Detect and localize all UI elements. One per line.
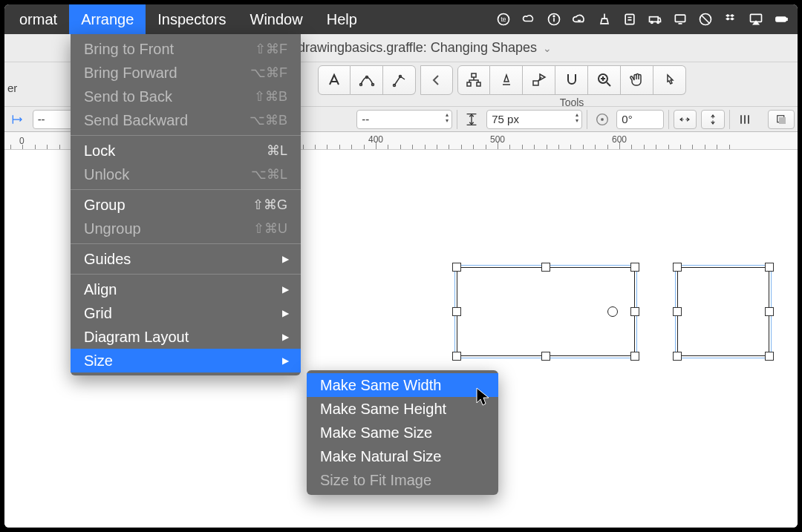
svg-line-14 — [702, 16, 709, 23]
menu-arrange[interactable]: Arrange — [69, 4, 146, 34]
svg-rect-24 — [467, 82, 471, 86]
flip-horizontal-button[interactable] — [674, 110, 697, 129]
ruler-origin: 0 — [19, 136, 25, 146]
tool-magnet[interactable] — [555, 65, 588, 95]
creative-cloud-icon[interactable] — [520, 10, 538, 28]
rotate-handle[interactable] — [607, 306, 618, 317]
stroke-height-field[interactable]: -- ▴▾ — [356, 110, 451, 129]
svg-rect-11 — [675, 15, 685, 22]
menu-item-unlock: Unlock⌥⌘L — [71, 162, 301, 186]
submenu-item-size-to-fit-image: Size to Fit Image — [307, 468, 498, 492]
resize-handle[interactable] — [673, 263, 682, 272]
svg-point-4 — [553, 16, 555, 17]
resize-handle[interactable] — [541, 263, 550, 272]
svg-point-39 — [601, 118, 603, 120]
ruler-tick-label: 600 — [612, 134, 627, 145]
submenu-item-make-same-height[interactable]: Make Same Height — [307, 397, 498, 421]
cleanup-icon[interactable] — [596, 10, 613, 28]
shadow-button[interactable] — [768, 110, 795, 129]
tool-text[interactable] — [318, 65, 351, 95]
flip-vertical-button[interactable] — [701, 110, 725, 129]
arrange-dropdown: Bring to Front⇧⌘FBring Forward⌥⌘FSend to… — [71, 34, 301, 375]
svg-rect-26 — [533, 81, 538, 85]
menu-item-group[interactable]: Group⇧⌘G — [71, 193, 301, 217]
document-title: og7_drawingbasics.graffle: Changing Shap… — [268, 40, 537, 56]
battery-icon[interactable] — [772, 10, 790, 28]
menu-item-align[interactable]: Align▶ — [71, 278, 301, 301]
display-icon[interactable] — [671, 10, 689, 28]
resize-handle[interactable] — [765, 352, 774, 361]
submenu-item-make-same-size[interactable]: Make Same Size — [307, 421, 498, 444]
menu-format[interactable]: ormat — [7, 4, 69, 34]
width-icon — [7, 110, 28, 129]
resize-handle[interactable] — [630, 352, 639, 361]
submenu-item-make-natural-size[interactable]: Make Natural Size — [307, 444, 498, 468]
tool-back[interactable] — [420, 65, 453, 95]
cloud-sync-icon[interactable] — [570, 10, 588, 28]
resize-handle[interactable] — [630, 307, 639, 316]
menu-item-ungroup: Ungroup⇧⌘U — [71, 217, 301, 240]
menu-item-send-to-back: Send to Back⇧⌘B — [71, 85, 301, 108]
tool-zoom[interactable] — [588, 65, 621, 95]
resize-handle[interactable] — [452, 352, 461, 361]
resize-handle[interactable] — [673, 352, 682, 361]
resize-handle[interactable] — [452, 263, 461, 272]
svg-rect-44 — [779, 117, 786, 124]
resize-handle[interactable] — [541, 352, 550, 361]
menu-item-lock[interactable]: Lock⌘L — [71, 139, 301, 162]
resize-handle[interactable] — [673, 307, 682, 316]
menu-item-grid[interactable]: Grid▶ — [71, 301, 301, 325]
airplay-icon[interactable] — [747, 10, 765, 28]
van-icon[interactable] — [646, 10, 664, 28]
tools-group-label: Tools — [560, 96, 584, 108]
tool-stamp[interactable] — [490, 65, 523, 95]
ruler-tick-label: 500 — [490, 134, 505, 145]
info-icon[interactable] — [545, 10, 563, 28]
rotation-icon — [592, 110, 613, 129]
menu-item-bring-to-front: Bring to Front⇧⌘F — [71, 37, 301, 61]
menu-item-diagram-layout[interactable]: Diagram Layout▶ — [71, 325, 301, 349]
status-icon-te[interactable]: te — [495, 10, 512, 28]
menu-item-send-backward: Send Backward⌥⌘B — [71, 108, 301, 132]
rotation-field[interactable]: 0° — [616, 110, 663, 129]
todo-icon[interactable] — [621, 10, 639, 28]
tool-point[interactable] — [653, 65, 686, 95]
title-dropdown-caret[interactable]: ⌄ — [543, 42, 552, 54]
menu-item-size[interactable]: Size▶ — [71, 349, 301, 372]
submenu-item-make-same-width[interactable]: Make Same Width — [307, 373, 498, 397]
tool-hierarchy[interactable] — [457, 65, 490, 95]
menu-help[interactable]: Help — [315, 4, 369, 34]
tool-node[interactable] — [383, 65, 416, 95]
menubar: ormat Arrange Inspectors Window Help te — [4, 4, 798, 34]
menubar-status-icons: te — [495, 4, 790, 34]
vspacing-icon — [462, 110, 483, 129]
svg-rect-16 — [776, 17, 786, 22]
svg-text:te: te — [501, 16, 506, 23]
tool-pen[interactable] — [351, 65, 383, 95]
menu-item-bring-forward: Bring Forward⌥⌘F — [71, 61, 301, 85]
left-panel-fragment: er — [7, 82, 17, 94]
svg-point-9 — [651, 22, 653, 24]
block-icon[interactable] — [697, 10, 714, 28]
svg-line-30 — [607, 82, 610, 86]
dropbox-icon[interactable] — [722, 10, 740, 28]
size-submenu: Make Same WidthMake Same HeightMake Same… — [307, 370, 498, 495]
menu-item-guides[interactable]: Guides▶ — [71, 247, 301, 271]
svg-rect-25 — [477, 82, 480, 86]
resize-handle[interactable] — [630, 263, 639, 272]
tool-hand[interactable] — [621, 65, 653, 95]
menu-inspectors[interactable]: Inspectors — [146, 4, 238, 34]
resize-handle[interactable] — [452, 307, 461, 316]
svg-point-10 — [657, 22, 659, 24]
svg-rect-17 — [786, 18, 788, 20]
tool-style[interactable] — [523, 65, 555, 95]
ruler-tick-label: 400 — [368, 134, 383, 145]
resize-handle[interactable] — [765, 307, 774, 316]
svg-rect-8 — [650, 17, 659, 22]
px-field[interactable]: 75 px ▴▾ — [486, 110, 581, 129]
resize-handle[interactable] — [765, 263, 774, 272]
columns-icon[interactable] — [734, 110, 755, 129]
shape-rectangle-2[interactable] — [677, 267, 769, 356]
svg-rect-23 — [472, 73, 476, 77]
menu-window[interactable]: Window — [238, 4, 315, 34]
